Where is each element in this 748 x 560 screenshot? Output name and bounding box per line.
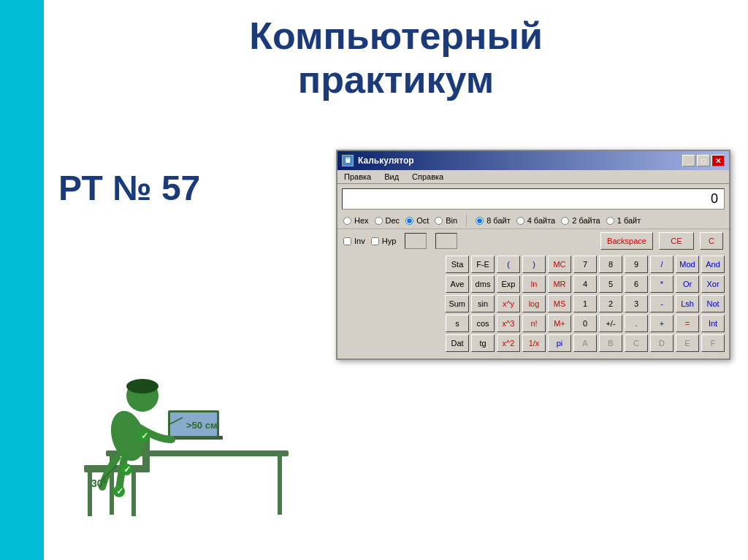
calc-window-title: Калькулятор [358, 156, 682, 166]
btn-xy[interactable]: x^y [497, 295, 520, 312]
btn-fe[interactable]: F-E [471, 256, 495, 273]
btn-4[interactable]: 4 [573, 275, 597, 293]
btn-exp[interactable]: Exp [497, 275, 520, 293]
2byte-radio-group: 2 байта [561, 216, 600, 225]
bin-label: Bin [446, 216, 457, 225]
btn-lsh[interactable]: Lsh [676, 295, 699, 312]
btn-inv[interactable]: 1/x [522, 334, 546, 352]
oct-label: Oct [416, 216, 429, 225]
calc-minimize-button[interactable]: _ [682, 155, 695, 166]
inv-label: Inv [354, 237, 365, 245]
svg-rect-2 [278, 456, 282, 515]
btn-9[interactable]: 9 [625, 256, 648, 273]
btn-dms[interactable]: dms [471, 275, 495, 293]
oct-radio[interactable] [405, 217, 413, 225]
btn-multiply[interactable]: * [650, 275, 673, 293]
btn-fact[interactable]: n! [522, 315, 546, 332]
calc-row-3: Sum sin x^y log MS 1 2 3 - Lsh Not [342, 295, 725, 312]
btn-mplus[interactable]: M+ [548, 315, 571, 332]
bin-radio-group: Bin [435, 216, 457, 225]
btn-ms[interactable]: MS [548, 295, 571, 312]
calc-check-row: Inv Hyp Backspace CE C [337, 229, 729, 253]
calc-row-1: Sta F-E ( ) MC 7 8 9 / Mod And [342, 256, 725, 273]
8byte-label: 8 байт [486, 216, 511, 225]
btn-plus[interactable]: + [650, 315, 673, 332]
btn-0[interactable]: 0 [573, 315, 597, 332]
btn-6[interactable]: 6 [625, 275, 648, 293]
btn-plusminus[interactable]: +/- [599, 315, 622, 332]
btn-divide[interactable]: / [650, 256, 673, 273]
calc-base-selector: Hex Dec Oct Bin 8 байт 4 байта 2 байта [337, 212, 729, 229]
btn-rparen[interactable]: ) [522, 256, 546, 273]
calc-maximize-button[interactable]: □ [697, 155, 710, 166]
btn-or[interactable]: Or [676, 275, 699, 293]
svg-text:✓: ✓ [123, 464, 131, 475]
btn-mod[interactable]: Mod [676, 256, 699, 273]
btn-tg[interactable]: tg [471, 334, 495, 352]
btn-xor[interactable]: Xor [701, 275, 725, 293]
dec-radio[interactable] [375, 217, 383, 225]
inv-checkbox[interactable] [343, 237, 351, 245]
btn-e[interactable]: E [676, 334, 699, 352]
btn-pi[interactable]: pi [548, 334, 571, 352]
2byte-radio[interactable] [561, 217, 569, 225]
btn-a[interactable]: A [573, 334, 597, 352]
btn-mr[interactable]: MR [548, 275, 571, 293]
hex-radio[interactable] [343, 217, 351, 225]
btn-dot[interactable]: . [625, 315, 648, 332]
hyp-checkbox[interactable] [371, 237, 379, 245]
btn-3[interactable]: 3 [625, 295, 648, 312]
btn-s[interactable]: s [446, 315, 469, 332]
person-svg: 30° >50 см ✓ ✓ ✓ [47, 283, 325, 538]
btn-cos[interactable]: cos [471, 315, 495, 332]
btn-minus[interactable]: - [650, 295, 673, 312]
menu-edit[interactable]: Правка [342, 172, 373, 182]
calculator-window: 🖩 Калькулятор _ □ ✕ Правка Вид Справка 0… [336, 150, 730, 360]
radio-separator [466, 215, 467, 226]
8byte-radio[interactable] [476, 217, 484, 225]
btn-sta[interactable]: Sta [446, 256, 469, 273]
2byte-label: 2 байта [572, 216, 600, 225]
svg-rect-3 [84, 465, 150, 472]
backspace-button[interactable]: Backspace [600, 232, 653, 250]
calc-close-button[interactable]: ✕ [711, 155, 725, 166]
calc-titlebar: 🖩 Калькулятор _ □ ✕ [337, 151, 729, 170]
hyp-check-group: Hyp [371, 237, 397, 245]
btn-d[interactable]: D [650, 334, 673, 352]
calc-buttons-body: Sta F-E ( ) MC 7 8 9 / Mod And Ave dms E… [337, 253, 729, 358]
btn-x3[interactable]: x^3 [497, 315, 520, 332]
svg-point-12 [126, 379, 159, 394]
btn-log[interactable]: log [522, 295, 546, 312]
4byte-label: 4 байта [527, 216, 556, 225]
btn-lparen[interactable]: ( [497, 256, 520, 273]
btn-b[interactable]: B [599, 334, 622, 352]
btn-equals[interactable]: = [676, 315, 699, 332]
menu-help[interactable]: Справка [410, 172, 446, 182]
1byte-radio[interactable] [606, 217, 614, 225]
ce-button[interactable]: CE [659, 232, 694, 250]
bin-radio[interactable] [435, 217, 443, 225]
menu-view[interactable]: Вид [382, 172, 401, 182]
btn-and[interactable]: And [701, 256, 725, 273]
btn-c[interactable]: C [625, 334, 648, 352]
c-button[interactable]: C [700, 232, 723, 250]
btn-2[interactable]: 2 [599, 295, 622, 312]
inv-check-group: Inv [343, 237, 365, 245]
btn-x2[interactable]: x^2 [497, 334, 520, 352]
btn-sum[interactable]: Sum [445, 295, 469, 312]
1byte-radio-group: 1 байт [606, 216, 641, 225]
btn-5[interactable]: 5 [599, 275, 622, 293]
btn-not[interactable]: Not [701, 295, 725, 312]
btn-ln[interactable]: ln [522, 275, 546, 293]
svg-text:>50 см: >50 см [186, 420, 218, 431]
btn-int[interactable]: Int [701, 315, 725, 332]
btn-ave[interactable]: Ave [446, 275, 469, 293]
btn-sin[interactable]: sin [471, 295, 495, 312]
btn-dat[interactable]: Dat [446, 334, 469, 352]
btn-8[interactable]: 8 [599, 256, 622, 273]
btn-1[interactable]: 1 [573, 295, 597, 312]
btn-7[interactable]: 7 [573, 256, 597, 273]
btn-f[interactable]: F [701, 334, 725, 352]
4byte-radio[interactable] [516, 217, 524, 225]
btn-mc[interactable]: MC [548, 256, 571, 273]
